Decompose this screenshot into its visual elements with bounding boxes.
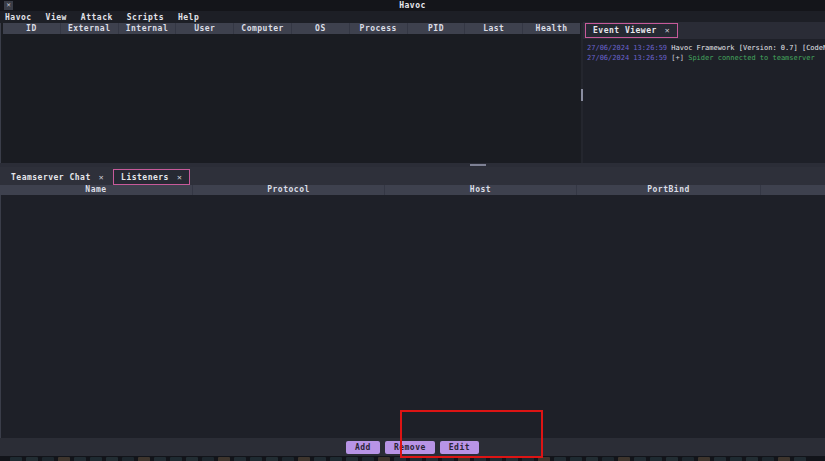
sessions-col-external[interactable]: External: [61, 23, 119, 34]
taskbar-item[interactable]: [282, 457, 294, 461]
taskbar-item[interactable]: [266, 457, 278, 461]
sessions-col-pid[interactable]: PID: [408, 23, 466, 34]
sessions-col-computer[interactable]: Computer: [234, 23, 292, 34]
bottom-panel: Teamserver Chat ✕ Listeners ✕ Name Proto…: [0, 167, 825, 456]
taskbar-item[interactable]: [218, 457, 230, 461]
havoc-window: ✕ Havoc Havoc View Attack Scripts Help I…: [0, 0, 825, 461]
taskbar-item[interactable]: [602, 457, 614, 461]
taskbar-item[interactable]: [474, 457, 486, 461]
taskbar-item[interactable]: [410, 457, 422, 461]
menu-help[interactable]: Help: [178, 13, 199, 22]
taskbar-item[interactable]: [682, 457, 694, 461]
listeners-col-name[interactable]: Name: [0, 185, 193, 195]
taskbar-item[interactable]: [538, 457, 550, 461]
taskbar-item[interactable]: [618, 457, 630, 461]
log-line: 27/06/2024 13:26:59 [+] Spider connected…: [587, 53, 825, 63]
listeners-col-protocol[interactable]: Protocol: [193, 185, 385, 195]
taskbar-item[interactable]: [362, 457, 374, 461]
edit-button[interactable]: Edit: [440, 441, 479, 454]
taskbar-item[interactable]: [698, 457, 710, 461]
event-viewer-log: 27/06/2024 13:26:59 Havoc Framework [Ver…: [583, 39, 825, 163]
bottom-tab-bar: Teamserver Chat ✕ Listeners ✕: [0, 167, 825, 185]
close-icon[interactable]: ✕: [99, 173, 104, 182]
taskbar-item[interactable]: [570, 457, 582, 461]
sessions-panel: ID External Internal User Computer OS Pr…: [0, 23, 581, 163]
listeners-col-host[interactable]: Host: [385, 185, 577, 195]
taskbar-item[interactable]: [634, 457, 646, 461]
title-bar: ✕ Havoc: [0, 0, 825, 11]
taskbar-item[interactable]: [298, 457, 310, 461]
tab-event-viewer-label: Event Viewer: [593, 26, 657, 35]
event-viewer-panel: Event Viewer ✕ 27/06/2024 13:26:59 Havoc…: [583, 22, 825, 163]
taskbar-item[interactable]: [202, 457, 214, 461]
sessions-col-user[interactable]: User: [176, 23, 234, 34]
menu-havoc[interactable]: Havoc: [5, 13, 32, 22]
taskbar-item[interactable]: [586, 457, 598, 461]
taskbar-item[interactable]: [74, 457, 86, 461]
taskbar-item[interactable]: [10, 457, 22, 461]
menu-attack[interactable]: Attack: [81, 13, 113, 22]
horizontal-splitter-handle[interactable]: [470, 164, 486, 166]
listeners-col-filler: [761, 185, 825, 195]
taskbar-item[interactable]: [762, 457, 774, 461]
sessions-table-body: [3, 34, 580, 163]
sessions-col-process[interactable]: Process: [350, 23, 408, 34]
taskbar-item[interactable]: [314, 457, 326, 461]
taskbar-item[interactable]: [394, 457, 406, 461]
log-line: 27/06/2024 13:26:59 Havoc Framework [Ver…: [587, 43, 825, 53]
taskbar-item[interactable]: [170, 457, 182, 461]
taskbar-item[interactable]: [250, 457, 262, 461]
taskbar-item[interactable]: [58, 457, 70, 461]
taskbar-item[interactable]: [106, 457, 118, 461]
menu-view[interactable]: View: [46, 13, 67, 22]
taskbar-item[interactable]: [426, 457, 438, 461]
listeners-action-bar: Add Remove Edit: [0, 438, 825, 456]
taskbar-item[interactable]: [794, 457, 806, 461]
taskbar-item[interactable]: [522, 457, 534, 461]
close-icon[interactable]: ✕: [665, 26, 670, 35]
tab-teamserver-chat[interactable]: Teamserver Chat ✕: [4, 169, 111, 185]
taskbar-item[interactable]: [458, 457, 470, 461]
taskbar-item[interactable]: [730, 457, 742, 461]
taskbar-item[interactable]: [554, 457, 566, 461]
sessions-col-os[interactable]: OS: [292, 23, 350, 34]
tab-event-viewer[interactable]: Event Viewer ✕: [585, 23, 678, 38]
taskbar-strip[interactable]: [0, 456, 825, 461]
add-button[interactable]: Add: [346, 441, 380, 454]
taskbar-item[interactable]: [186, 457, 198, 461]
sessions-col-id[interactable]: ID: [3, 23, 61, 34]
window-title: Havoc: [0, 1, 825, 10]
taskbar-item[interactable]: [378, 457, 390, 461]
event-viewer-tab-bar: Event Viewer ✕: [583, 22, 825, 39]
taskbar-item[interactable]: [746, 457, 758, 461]
taskbar-item[interactable]: [666, 457, 678, 461]
taskbar-item[interactable]: [506, 457, 518, 461]
taskbar-item[interactable]: [138, 457, 150, 461]
taskbar-item[interactable]: [234, 457, 246, 461]
tab-listeners[interactable]: Listeners ✕: [113, 169, 190, 185]
sessions-col-health[interactable]: Health: [523, 23, 580, 34]
taskbar-item[interactable]: [650, 457, 662, 461]
taskbar-item[interactable]: [714, 457, 726, 461]
log-timestamp: 27/06/2024 13:26:59: [587, 44, 667, 52]
taskbar-item[interactable]: [778, 457, 790, 461]
remove-button[interactable]: Remove: [385, 441, 435, 454]
tab-listeners-label: Listeners: [121, 173, 169, 182]
taskbar-item[interactable]: [330, 457, 342, 461]
log-prefix: [+]: [671, 54, 684, 62]
taskbar-item[interactable]: [442, 457, 454, 461]
taskbar-item[interactable]: [346, 457, 358, 461]
taskbar-item[interactable]: [154, 457, 166, 461]
log-message: Spider connected to teamserver: [688, 54, 814, 62]
taskbar-item[interactable]: [42, 457, 54, 461]
taskbar-item[interactable]: [490, 457, 502, 461]
sessions-col-last[interactable]: Last: [465, 23, 523, 34]
listeners-col-portbind[interactable]: PortBind: [577, 185, 761, 195]
taskbar-item[interactable]: [26, 457, 38, 461]
taskbar-item[interactable]: [90, 457, 102, 461]
taskbar-item[interactable]: [122, 457, 134, 461]
menu-scripts[interactable]: Scripts: [127, 13, 164, 22]
sessions-col-internal[interactable]: Internal: [119, 23, 177, 34]
listeners-table-body: [0, 195, 825, 438]
close-icon[interactable]: ✕: [177, 173, 182, 182]
